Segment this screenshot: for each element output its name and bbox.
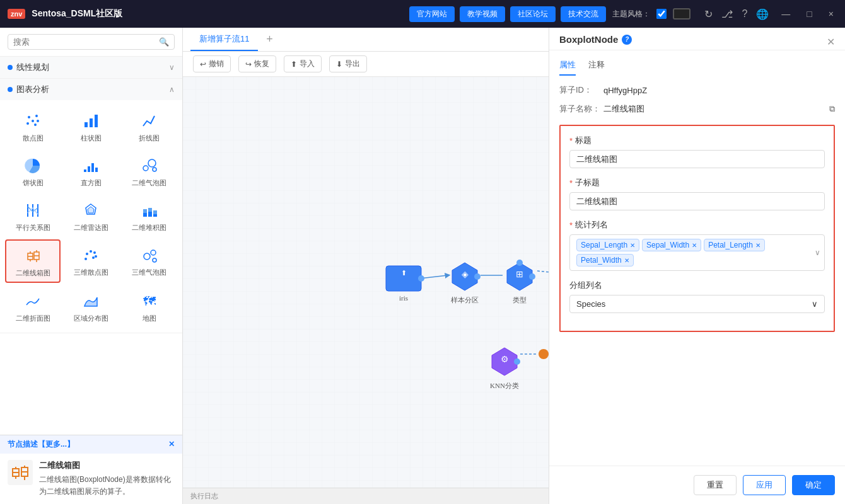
svg-point-5	[37, 120, 39, 122]
theme-checkbox[interactable]	[656, 9, 667, 19]
export-btn[interactable]: ⬇ 导出	[329, 55, 367, 72]
node-scatter3d[interactable]: 三维散点图	[63, 239, 119, 283]
node-pie[interactable]: 饼状图	[5, 150, 61, 192]
title-input[interactable]	[569, 150, 825, 168]
group-column-dropdown[interactable]: Species ∨	[569, 295, 825, 313]
category-chart-label: 图表分析	[16, 84, 49, 95]
stat-columns-label: * 统计列名	[569, 219, 825, 231]
node-parallel[interactable]: 平行关系图	[5, 195, 61, 237]
node-scatter[interactable]: 散点图	[5, 105, 61, 147]
nav-tech-exchange[interactable]: 技术交流	[561, 6, 606, 22]
svg-point-72	[516, 260, 523, 266]
reset-btn[interactable]: 重置	[694, 475, 737, 495]
import-btn[interactable]: ⬆ 导入	[284, 55, 322, 72]
svg-point-41	[144, 253, 150, 260]
node-area-dist[interactable]: 区域分布图	[63, 285, 119, 328]
search-box[interactable]: 🔍	[8, 34, 175, 50]
nav-official-site[interactable]: 官方网站	[409, 6, 455, 22]
svg-rect-7	[90, 118, 93, 127]
undo-btn[interactable]: ↩ 撤销	[193, 55, 231, 72]
subtitle-field-label: * 子标题	[569, 177, 825, 188]
node-bubble3d[interactable]: 三维气泡图	[122, 239, 177, 283]
group-column-section: 分组列名 Species ∨	[569, 280, 825, 313]
bubble3d-label: 三维气泡图	[132, 268, 166, 277]
nav-community[interactable]: 社区论坛	[510, 6, 556, 22]
maximize-btn[interactable]: □	[803, 9, 815, 19]
algo-id-label: 算子ID：	[559, 84, 603, 96]
line-icon	[138, 110, 161, 132]
category-dot	[8, 65, 13, 70]
confirm-btn[interactable]: 确定	[792, 475, 835, 495]
node-line[interactable]: 折线图	[122, 105, 177, 147]
node-boxplot2d[interactable]: 二维线箱图	[5, 239, 61, 283]
help-icon[interactable]: ?	[742, 8, 747, 20]
svg-rect-24	[148, 208, 152, 212]
nav-buttons: 官方网站 教学视频 社区论坛 技术交流	[409, 6, 606, 22]
tab-properties[interactable]: 属性	[559, 55, 576, 76]
panel-close-btn[interactable]: ✕	[827, 36, 835, 48]
stacked2d-label: 二维堆积图	[132, 223, 166, 232]
close-btn[interactable]: ×	[825, 9, 837, 19]
histogram-label: 直方图	[81, 178, 102, 188]
node-desc-header[interactable]: 节点描述【更多...】 ✕	[0, 435, 182, 454]
node-map[interactable]: 🗺 地图	[122, 285, 177, 328]
tag-petal-length-text: Petal_Length	[708, 241, 753, 249]
theme-dark-toggle[interactable]	[673, 8, 691, 20]
panel-footer: 重置 应用 确定	[549, 466, 845, 504]
tag-sepal-length[interactable]: Sepal_Length ✕	[576, 239, 639, 251]
help-circle-icon[interactable]: ?	[622, 35, 632, 45]
node-desc-title: 二维线箱图	[39, 460, 175, 471]
category-linear-header[interactable]: 线性规划 ∨	[0, 57, 182, 78]
node-stacked2d[interactable]: 二维堆积图	[122, 195, 177, 237]
bubble3d-icon	[138, 244, 161, 266]
copy-icon[interactable]: ⧉	[829, 104, 835, 114]
search-input[interactable]	[13, 37, 155, 47]
nav-tutorial-video[interactable]: 教学视频	[460, 6, 505, 22]
refresh-icon[interactable]: ↻	[704, 8, 713, 20]
node-bubble2d[interactable]: 二维气泡图	[122, 150, 177, 192]
globe-icon[interactable]: 🌐	[756, 8, 769, 20]
apply-btn[interactable]: 应用	[743, 475, 786, 495]
tag-petal-width-close[interactable]: ✕	[624, 257, 629, 264]
undo-label: 撤销	[209, 59, 224, 69]
minimize-btn[interactable]: —	[778, 9, 794, 19]
tab-add-btn[interactable]: +	[260, 31, 278, 49]
svg-point-13	[143, 166, 148, 171]
tag-sepal-length-close[interactable]: ✕	[630, 242, 635, 249]
canvas-area[interactable]: ⬆ iris ◈ 样本分区 ⊞ 类型	[183, 77, 549, 488]
panel-header: BoxplotNode ? ✕	[549, 28, 845, 50]
tag-sepal-width-close[interactable]: ✕	[692, 242, 697, 249]
parallel-label: 平行关系图	[16, 223, 50, 232]
subtitle-input[interactable]	[569, 192, 825, 210]
svg-point-37	[84, 258, 87, 260]
tag-sepal-width[interactable]: Sepal_Width ✕	[642, 239, 701, 251]
node-bar[interactable]: 柱状图	[63, 105, 119, 147]
tag-petal-length-close[interactable]: ✕	[755, 242, 760, 249]
bottom-bar-text: 执行日志	[190, 491, 218, 501]
redo-label: 恢复	[254, 59, 269, 69]
app-title: Sentosa_DSML社区版	[32, 8, 403, 20]
node-histogram[interactable]: 直方图	[63, 150, 119, 192]
redo-btn[interactable]: ↪ 恢复	[238, 55, 276, 72]
line-label: 折线图	[139, 134, 160, 143]
svg-point-40	[95, 255, 97, 258]
titlebar: znv Sentosa_DSML社区版 官方网站 教学视频 社区论坛 技术交流 …	[0, 0, 845, 28]
required-star: *	[569, 136, 573, 146]
tag-petal-length[interactable]: Petal_Length ✕	[704, 239, 765, 251]
stat-columns-tags[interactable]: Sepal_Length ✕ Sepal_Width ✕ Petal_Lengt…	[569, 234, 825, 271]
node-surface[interactable]: 二维折面图	[5, 285, 61, 328]
map-label: 地图	[143, 314, 156, 323]
tab-flow11[interactable]: 新增算子流11	[190, 28, 258, 51]
svg-text:KNN分类: KNN分类	[490, 382, 519, 389]
node-radar[interactable]: 二维雷达图	[63, 195, 119, 237]
tab-annotations[interactable]: 注释	[588, 55, 605, 76]
theme-label: 主题风格：	[612, 9, 650, 20]
close-desc-icon[interactable]: ✕	[168, 440, 175, 449]
category-chart-header[interactable]: 图表分析 ∧	[0, 79, 182, 100]
boxplot2d-label: 二维线箱图	[16, 268, 50, 278]
svg-point-1	[32, 120, 34, 122]
tag-petal-width[interactable]: Petal_Width ✕	[576, 254, 634, 266]
branch-icon[interactable]: ⎇	[721, 8, 733, 20]
svg-rect-6	[84, 122, 88, 127]
svg-text:iris: iris	[399, 294, 408, 302]
